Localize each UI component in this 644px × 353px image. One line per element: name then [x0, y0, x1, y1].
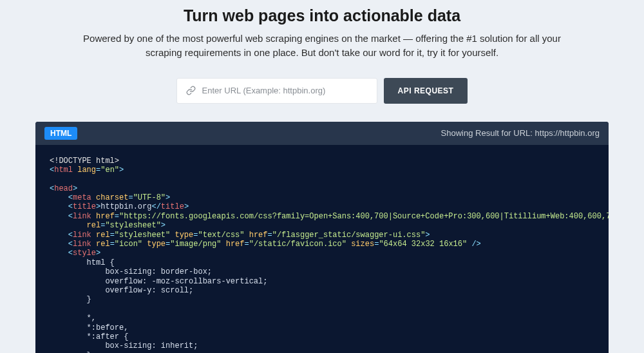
result-status: Showing Result for URL: https://httpbin.… — [441, 128, 600, 138]
url-input[interactable] — [202, 86, 368, 95]
page-title: Turn web pages into actionable data — [13, 6, 631, 25]
page-subtitle: Powered by one of the most powerful web … — [74, 32, 570, 60]
api-request-button[interactable]: API REQUEST — [384, 78, 468, 104]
result-panel-header: HTML Showing Result for URL: https://htt… — [35, 122, 609, 145]
format-badge: HTML — [44, 127, 77, 140]
url-input-wrapper — [176, 78, 377, 104]
result-panel: HTML Showing Result for URL: https://htt… — [35, 122, 609, 354]
code-output: <!DOCTYPE html> <html lang="en"> <head> … — [35, 145, 609, 354]
link-icon — [186, 86, 196, 95]
